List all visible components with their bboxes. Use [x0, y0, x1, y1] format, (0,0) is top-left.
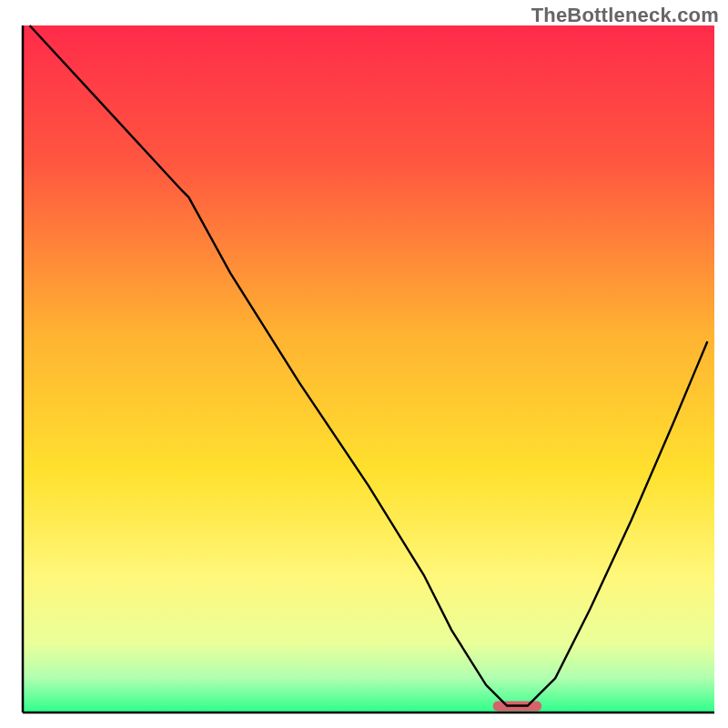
- bottleneck-chart: [0, 0, 728, 728]
- chart-container: TheBottleneck.com: [0, 0, 728, 728]
- plot-background: [23, 25, 714, 713]
